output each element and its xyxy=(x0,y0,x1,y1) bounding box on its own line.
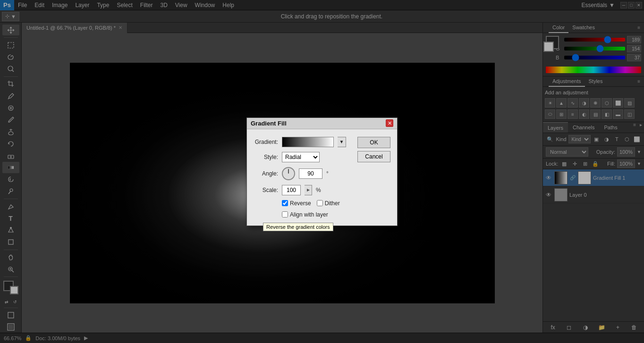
ok-button[interactable]: OK xyxy=(357,137,390,148)
dialog-body: Gradient: ▼ Style: Linear Radial Angle R… xyxy=(247,129,397,226)
scale-input[interactable] xyxy=(282,185,301,195)
reverse-checkbox-label[interactable]: Reverse xyxy=(282,200,311,207)
gradient-fill-dialog: Gradient Fill ✕ Gradient: ▼ Style: Linea… xyxy=(246,117,398,226)
gradient-dropdown-button[interactable]: ▼ xyxy=(338,137,346,147)
reverse-checkbox[interactable] xyxy=(282,200,288,206)
angle-input[interactable] xyxy=(299,168,322,179)
degree-symbol: ° xyxy=(326,170,329,177)
angle-dial[interactable] xyxy=(282,167,295,180)
checkbox-row: Reverse Dither xyxy=(254,200,352,207)
gradient-label: Gradient: xyxy=(254,139,278,145)
tooltip: Reverse the gradient colors xyxy=(263,223,333,231)
dialog-form: Gradient: ▼ Style: Linear Radial Angle R… xyxy=(254,137,352,218)
scale-row: Scale: ▶ % xyxy=(254,185,352,195)
gradient-row: Gradient: ▼ xyxy=(254,137,352,147)
dialog-close-button[interactable]: ✕ xyxy=(386,119,393,127)
dither-label: Dither xyxy=(325,200,340,207)
scale-label: Scale: xyxy=(254,187,278,193)
dither-checkbox[interactable] xyxy=(317,200,323,206)
align-checkbox[interactable] xyxy=(282,211,288,218)
dialog-title: Gradient Fill xyxy=(251,120,287,127)
reverse-label: Reverse xyxy=(290,200,311,207)
tooltip-text: Reverse the gradient colors xyxy=(266,224,330,230)
cancel-button[interactable]: Cancel xyxy=(357,151,390,162)
checkboxes: Reverse Dither xyxy=(282,200,340,207)
pct-symbol: % xyxy=(316,187,321,193)
align-row: Align with layer Reverse the gradient co… xyxy=(254,211,352,218)
modal-overlay: Gradient Fill ✕ Gradient: ▼ Style: Linea… xyxy=(0,0,644,343)
dialog-title-bar: Gradient Fill ✕ xyxy=(247,118,397,129)
gradient-preview[interactable] xyxy=(282,137,334,147)
angle-label: Angle: xyxy=(254,170,278,177)
style-dropdown[interactable]: Linear Radial Angle Reflected Diamond xyxy=(282,152,320,162)
dialog-buttons: OK Cancel xyxy=(357,137,390,218)
align-checkbox-label[interactable]: Align with layer xyxy=(282,211,328,218)
style-label: Style: xyxy=(254,154,278,160)
angle-row: Angle: ° xyxy=(254,167,352,180)
scale-stepper[interactable]: ▶ xyxy=(305,185,312,195)
align-label: Align with layer xyxy=(290,211,328,218)
style-row: Style: Linear Radial Angle Reflected Dia… xyxy=(254,152,352,162)
dither-checkbox-label[interactable]: Dither xyxy=(317,200,340,207)
